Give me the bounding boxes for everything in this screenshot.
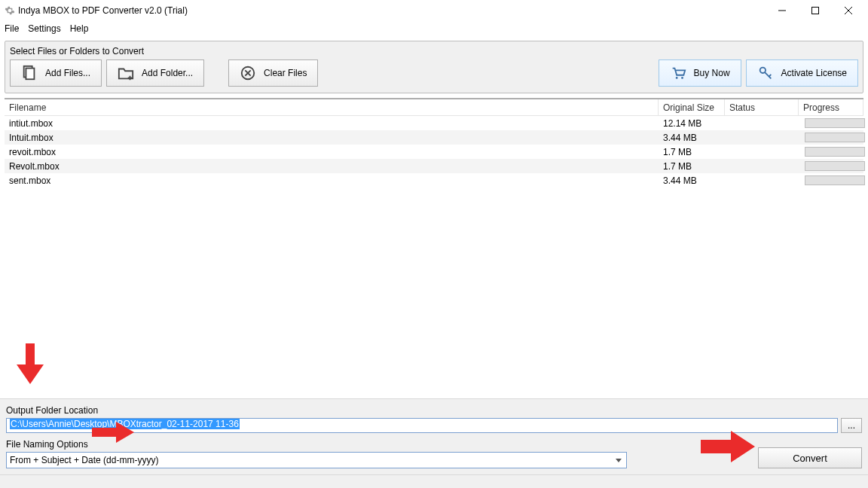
svg-point-5	[681, 77, 683, 79]
table-header: Filename Original Size Status Progress	[5, 99, 863, 116]
add-files-label: Add Files...	[45, 68, 90, 78]
annotation-arrow-naming	[92, 422, 134, 443]
app-icon	[5, 5, 15, 16]
browse-button[interactable]: ...	[841, 418, 862, 433]
clear-files-label: Clear Files	[264, 68, 307, 78]
cell-size: 1.7 MB	[659, 161, 725, 172]
toolbar: Select Files or Folders to Convert Add F…	[5, 41, 863, 93]
th-size[interactable]: Original Size	[659, 99, 725, 115]
cell-progress	[799, 175, 863, 185]
clear-icon	[240, 65, 256, 81]
menu-help[interactable]: Help	[70, 23, 89, 34]
maximize-button[interactable]	[799, 0, 832, 21]
minimize-button[interactable]	[766, 0, 799, 21]
status-bar	[0, 474, 868, 488]
add-folder-button[interactable]: Add Folder...	[106, 59, 204, 87]
cell-size: 3.44 MB	[659, 175, 725, 186]
close-button[interactable]	[832, 0, 865, 21]
cell-size: 12.14 MB	[659, 118, 725, 129]
activate-license-label: Activate License	[781, 68, 847, 78]
file-icon	[21, 65, 38, 81]
buy-now-button[interactable]: Buy Now	[659, 59, 741, 87]
progress-bar	[805, 118, 865, 128]
output-folder-label: Output Folder Location	[6, 405, 862, 416]
window-title: Indya MBOX to PDF Converter v2.0 (Trial)	[18, 5, 188, 16]
convert-button[interactable]: Convert	[758, 447, 862, 468]
table-row[interactable]: sent.mbox3.44 MB	[5, 173, 863, 188]
annotation-arrow-convert	[701, 431, 755, 462]
cart-icon	[670, 65, 686, 81]
th-filename[interactable]: Filename	[5, 99, 659, 115]
table-row[interactable]: revoit.mbox1.7 MB	[5, 145, 863, 159]
progress-bar	[805, 175, 865, 185]
cell-progress	[799, 118, 863, 128]
buy-now-label: Buy Now	[694, 68, 730, 78]
svg-rect-2	[26, 69, 34, 80]
cell-size: 3.44 MB	[659, 133, 725, 143]
file-table: Filename Original Size Status Progress i…	[5, 98, 863, 188]
th-progress[interactable]: Progress	[799, 99, 863, 115]
add-folder-label: Add Folder...	[142, 68, 193, 78]
convert-label: Convert	[793, 453, 827, 464]
add-files-button[interactable]: Add Files...	[10, 59, 102, 87]
progress-bar	[805, 161, 865, 171]
annotation-arrow-output	[17, 343, 44, 384]
cell-filename: Intuit.mbox	[5, 133, 659, 143]
menu-file[interactable]: File	[5, 23, 19, 34]
toolbar-section-label: Select Files or Folders to Convert	[5, 44, 863, 59]
file-naming-selected: From + Subject + Date (dd-mm-yyyy)	[10, 455, 158, 465]
cell-filename: Revolt.mbox	[5, 161, 659, 172]
cell-filename: intiut.mbox	[5, 118, 659, 129]
svg-point-4	[675, 77, 677, 79]
cell-progress	[799, 161, 863, 171]
th-status[interactable]: Status	[725, 99, 799, 115]
cell-filename: sent.mbox	[5, 175, 659, 186]
table-row[interactable]: intiut.mbox12.14 MB	[5, 116, 863, 130]
activate-license-button[interactable]: Activate License	[746, 59, 858, 87]
clear-files-button[interactable]: Clear Files	[228, 59, 318, 87]
cell-filename: revoit.mbox	[5, 147, 659, 157]
table-body: intiut.mbox12.14 MBIntuit.mbox3.44 MBrev…	[5, 116, 863, 188]
cell-size: 1.7 MB	[659, 147, 725, 157]
cell-progress	[799, 133, 863, 142]
key-icon	[757, 65, 774, 81]
table-row[interactable]: Revolt.mbox1.7 MB	[5, 159, 863, 173]
progress-bar	[805, 133, 865, 142]
title-bar: Indya MBOX to PDF Converter v2.0 (Trial)	[0, 0, 868, 21]
file-naming-select[interactable]: From + Subject + Date (dd-mm-yyyy)	[6, 452, 627, 468]
menu-bar: File Settings Help	[0, 21, 868, 36]
table-row[interactable]: Intuit.mbox3.44 MB	[5, 130, 863, 145]
svg-rect-0	[812, 8, 819, 14]
menu-settings[interactable]: Settings	[28, 23, 60, 34]
cell-progress	[799, 147, 863, 157]
folder-add-icon	[118, 65, 134, 81]
progress-bar	[805, 147, 865, 157]
svg-point-6	[760, 68, 765, 73]
